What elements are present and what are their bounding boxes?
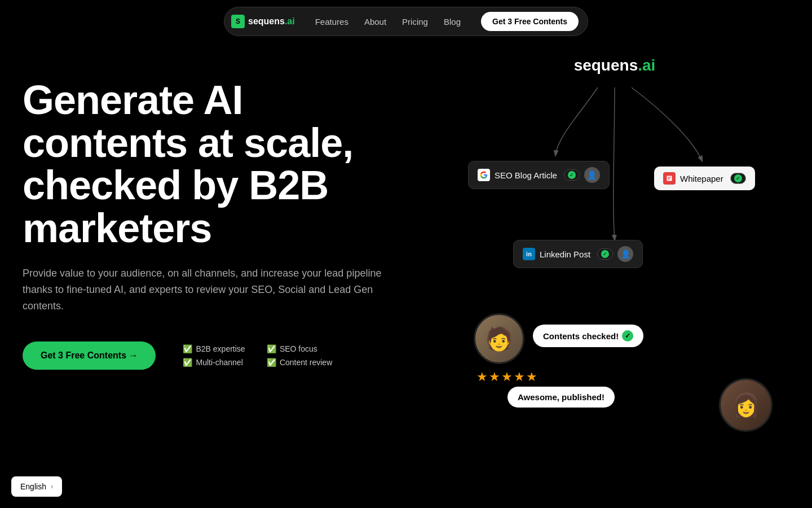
logo-icon: S [231, 15, 245, 28]
nav-links: Features About Pricing Blog [315, 17, 461, 27]
nav-features[interactable]: Features [315, 17, 348, 27]
linkedin-card: in Linkedin Post ✓ 👤 [513, 240, 643, 268]
checked-green-icon: ✓ [622, 330, 633, 341]
navbar: S sequens.ai Features About Pricing Blog… [224, 7, 588, 36]
logo[interactable]: S sequens.ai [231, 15, 295, 28]
contents-checked-bubble: Contents checked! ✓ [533, 325, 643, 347]
linkedin-card-avatar: 👤 [617, 246, 633, 262]
check-icon-seo: ✅ [267, 344, 276, 353]
diagram-brand: sequens.ai [574, 56, 656, 75]
linkedin-check: ✓ [597, 248, 613, 260]
check-icon-b2b: ✅ [183, 344, 192, 353]
check-icon-multichannel: ✅ [183, 358, 192, 367]
checked-text: Contents checked! [543, 331, 619, 341]
nav-blog[interactable]: Blog [444, 17, 461, 27]
linkedin-label: Linkedin Post [540, 249, 590, 259]
hero-cta-button[interactable]: Get 3 Free Contents → [23, 341, 156, 370]
nav-pricing[interactable]: Pricing [402, 17, 428, 27]
whitepaper-label: Whitepaper [680, 174, 723, 183]
check-label-seo: SEO focus [280, 344, 317, 353]
seo-card-check: ✓ [564, 169, 580, 181]
check-dot-li: ✓ [601, 250, 609, 258]
check-icon-review: ✅ [267, 358, 276, 367]
check-dot: ✓ [568, 171, 576, 179]
notion-icon [663, 172, 676, 185]
logo-text: sequens.ai [248, 16, 295, 27]
seo-blog-card: SEO Blog Article ✓ 👤 [468, 161, 610, 189]
google-icon [478, 169, 490, 181]
star-rating: ★★★★★ [476, 370, 539, 384]
language-label: English [20, 482, 46, 491]
check-seo: ✅ SEO focus [267, 344, 332, 353]
check-content-review: ✅ Content review [267, 358, 332, 367]
check-b2b: ✅ B2B expertise [183, 344, 248, 353]
published-bubble: Awesome, published! [508, 387, 615, 408]
language-arrow-icon: › [51, 483, 53, 491]
hero-actions: Get 3 Free Contents → ✅ B2B expertise ✅ … [23, 341, 406, 370]
seo-card-avatar: 👤 [584, 167, 600, 183]
seo-blog-label: SEO Blog Article [495, 170, 557, 180]
checkmarks: ✅ B2B expertise ✅ SEO focus ✅ Multi-chan… [183, 344, 332, 367]
svg-rect-4 [668, 179, 670, 180]
published-text: Awesome, published! [518, 392, 604, 402]
check-dot-white: ✓ [734, 174, 742, 182]
nav-about[interactable]: About [364, 17, 386, 27]
svg-rect-2 [668, 177, 671, 178]
hero-subtitle: Provide value to your audience, on all c… [23, 265, 400, 314]
hero-diagram: sequens.ai SEO Blog Article ✓ 👤 [451, 56, 778, 423]
hero-section: Generate AI contents at scale, checked b… [23, 79, 406, 370]
check-label-b2b: B2B expertise [196, 344, 245, 353]
check-multichannel: ✅ Multi-channel [183, 358, 248, 367]
svg-rect-3 [668, 178, 670, 179]
language-toggle[interactable]: English › [11, 476, 62, 497]
male-avatar: 🧑 [474, 313, 524, 364]
hero-title: Generate AI contents at scale, checked b… [23, 79, 406, 249]
whitepaper-check: ✓ [730, 173, 746, 184]
check-label-multichannel: Multi-channel [196, 358, 242, 367]
whitepaper-card: Whitepaper ✓ [654, 167, 755, 190]
check-label-review: Content review [280, 358, 332, 367]
female-avatar: 👩 [719, 378, 773, 432]
linkedin-icon: in [523, 248, 535, 260]
navbar-cta-button[interactable]: Get 3 Free Contents [481, 12, 579, 31]
